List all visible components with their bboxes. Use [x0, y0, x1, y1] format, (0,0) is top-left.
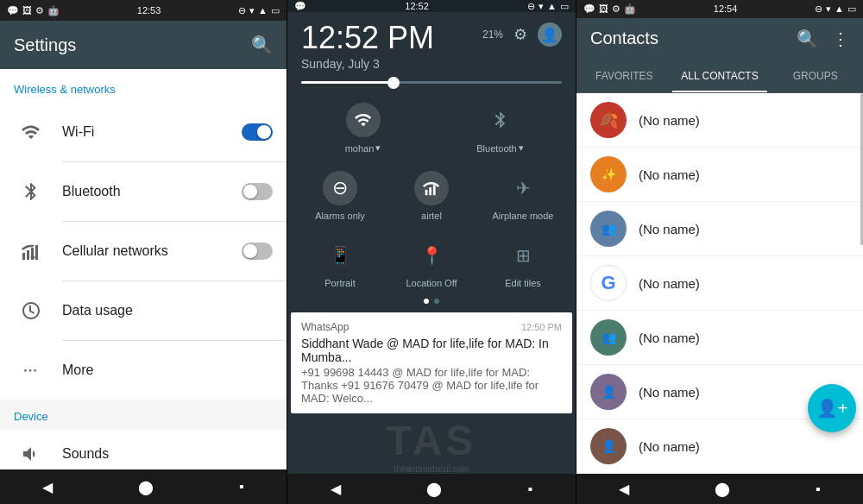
- brightness-row: [287, 78, 576, 94]
- contact-name-2: (No name): [639, 222, 700, 236]
- bluetooth-setting-item[interactable]: Bluetooth: [0, 162, 287, 221]
- quick-tiles: mohan ▾ Bluetooth ▾ ⊖ Alarms o: [287, 94, 576, 312]
- wifi-toggle[interactable]: [242, 123, 273, 141]
- tile-dnd-icon: ⊖: [323, 171, 357, 205]
- tile-wifi[interactable]: mohan ▾: [324, 94, 402, 159]
- cellular-toggle[interactable]: [242, 243, 273, 260]
- data-usage-item[interactable]: Data usage: [0, 281, 287, 340]
- tile-bluetooth[interactable]: Bluetooth ▾: [462, 94, 539, 159]
- wireless-section-header: Wireless & networks: [0, 69, 287, 103]
- brightness-track[interactable]: [301, 81, 562, 84]
- tile-dnd[interactable]: ⊖ Alarms only: [301, 162, 379, 226]
- whatsapp-notification[interactable]: WhatsApp 12:50 PM Siddhant Wade @ MAD fo…: [291, 312, 572, 413]
- tab-groups[interactable]: GROUPS: [767, 60, 863, 92]
- contact-item-1[interactable]: ✨ (No name): [576, 148, 863, 202]
- contacts-wrapper: 🍂 (No name) ✨ (No name) 👥 (No name) G (N…: [576, 93, 863, 474]
- sounds-icon: [14, 437, 48, 469]
- wifi-setting-item[interactable]: Wi-Fi: [0, 103, 287, 161]
- sounds-item[interactable]: Sounds: [0, 430, 287, 469]
- battery-icon: ▭: [271, 5, 280, 16]
- tile-bluetooth-label: Bluetooth ▾: [476, 142, 523, 154]
- tiles-row-1: mohan ▾ Bluetooth ▾: [294, 94, 569, 159]
- contact-item-4[interactable]: 👥 (No name): [576, 311, 863, 365]
- notif-signal-icon: ▲: [547, 1, 557, 11]
- contacts-overflow-icon[interactable]: ⋮: [832, 28, 849, 49]
- svg-rect-1: [27, 250, 29, 260]
- tile-dnd-label: Alarms only: [315, 211, 364, 221]
- more-item[interactable]: ●●● More: [0, 341, 287, 400]
- contact-name-5: (No name): [639, 385, 700, 400]
- notif-clock: 12:52 PM: [301, 22, 434, 54]
- device-section-header: Device: [0, 400, 287, 430]
- home-button[interactable]: ⬤: [121, 472, 171, 502]
- tile-edit[interactable]: ⊞ Edit tiles: [484, 230, 562, 293]
- tile-portrait[interactable]: 📱 Portrait: [301, 230, 379, 293]
- svg-rect-4: [425, 190, 428, 195]
- notif-back-button[interactable]: ◀: [313, 474, 358, 504]
- contacts-nav-bar: ◀ ⬤ ▪: [576, 474, 863, 504]
- contacts-recents-button[interactable]: ▪: [798, 475, 838, 504]
- tile-wifi-icon: [346, 103, 381, 137]
- settings-time: 12:53: [137, 5, 161, 16]
- settings-title: Settings: [14, 35, 76, 55]
- contacts-android-icon: 🤖: [624, 3, 636, 15]
- data-usage-icon: [14, 293, 48, 328]
- recents-button[interactable]: ▪: [222, 472, 261, 501]
- status-left-icons: 💬 🖼 ⚙ 🤖: [7, 5, 60, 16]
- avatar-1: ✨: [590, 156, 627, 192]
- add-contact-fab[interactable]: 👤+: [808, 384, 856, 432]
- tile-location[interactable]: 📍 Location Off: [393, 230, 470, 293]
- notif-header-icons: 21% ⚙ 👤: [482, 22, 562, 47]
- contact-item-2[interactable]: 👥 (No name): [576, 202, 863, 256]
- bluetooth-label: Bluetooth: [62, 184, 242, 199]
- bluetooth-toggle[interactable]: [242, 183, 273, 200]
- notif-time: 12:52: [405, 1, 429, 11]
- avatar-0: 🍂: [590, 102, 627, 138]
- tab-favorites[interactable]: FAVORITES: [576, 60, 672, 92]
- contact-name-3: (No name): [639, 276, 700, 291]
- signal-icon-status: ▲: [258, 5, 268, 16]
- settings-search-icon[interactable]: 🔍: [251, 35, 273, 55]
- contact-item-3[interactable]: G (No name): [576, 256, 863, 311]
- notif-home-button[interactable]: ⬤: [409, 474, 459, 504]
- notif-card-body: +91 99698 14443 @ MAD for life,life for …: [301, 366, 562, 405]
- add-contact-icon: 👤+: [816, 398, 848, 419]
- tile-location-icon: 📍: [414, 238, 449, 273]
- contacts-gallery-icon: 🖼: [599, 3, 608, 14]
- settings-status-bar: 💬 🖼 ⚙ 🤖 12:53 ⊖ ▾ ▲ ▭: [0, 0, 287, 21]
- whatsapp-icon: 💬: [7, 5, 19, 16]
- tile-edit-label: Edit tiles: [505, 278, 541, 288]
- brightness-fill: [301, 81, 393, 84]
- notif-recents-button[interactable]: ▪: [511, 475, 551, 504]
- tab-all-contacts[interactable]: ALL CONTACTS: [672, 60, 768, 92]
- tile-pagination: [294, 299, 569, 304]
- notif-card-time: 12:50 PM: [521, 322, 562, 332]
- contacts-search-icon[interactable]: 🔍: [797, 28, 818, 49]
- notif-status-left: 💬: [294, 1, 306, 12]
- brightness-thumb: [387, 77, 400, 89]
- contacts-home-button[interactable]: ⬤: [697, 474, 747, 504]
- contacts-back-button[interactable]: ◀: [602, 474, 646, 504]
- contacts-status-bar: 💬 🖼 ⚙ 🤖 12:54 ⊖ ▾ ▲ ▭: [576, 0, 863, 18]
- contacts-toolbar: Contacts 🔍 ⋮: [576, 18, 863, 60]
- settings-toolbar: Settings 🔍: [0, 21, 287, 69]
- back-button[interactable]: ◀: [25, 472, 70, 502]
- notif-settings-icon[interactable]: ⚙: [513, 25, 527, 44]
- watermark-sub: theandroidsoul.com: [287, 464, 576, 474]
- tile-signal[interactable]: airtel: [393, 162, 470, 226]
- tile-airplane[interactable]: ✈ Airplane mode: [484, 162, 562, 226]
- notif-app-name: WhatsApp: [301, 321, 349, 333]
- cellular-setting-item[interactable]: Cellular networks: [0, 222, 287, 280]
- notif-dnd-icon: ⊖: [527, 1, 535, 12]
- contact-name-1: (No name): [639, 167, 700, 182]
- contact-item-0[interactable]: 🍂 (No name): [576, 93, 863, 148]
- wifi-label: Wi-Fi: [62, 124, 242, 140]
- bluetooth-setting-icon: [14, 174, 48, 209]
- notif-avatar[interactable]: 👤: [538, 22, 562, 47]
- contact-name-0: (No name): [639, 113, 700, 128]
- notif-nav-bar: ◀ ⬤ ▪: [287, 474, 576, 504]
- avatar-3: G: [590, 265, 627, 301]
- contacts-panel: 💬 🖼 ⚙ 🤖 12:54 ⊖ ▾ ▲ ▭ Contacts 🔍 ⋮ FAVOR…: [576, 0, 863, 504]
- contacts-battery-icon: ▭: [847, 3, 856, 15]
- wifi-setting-icon: [14, 115, 48, 149]
